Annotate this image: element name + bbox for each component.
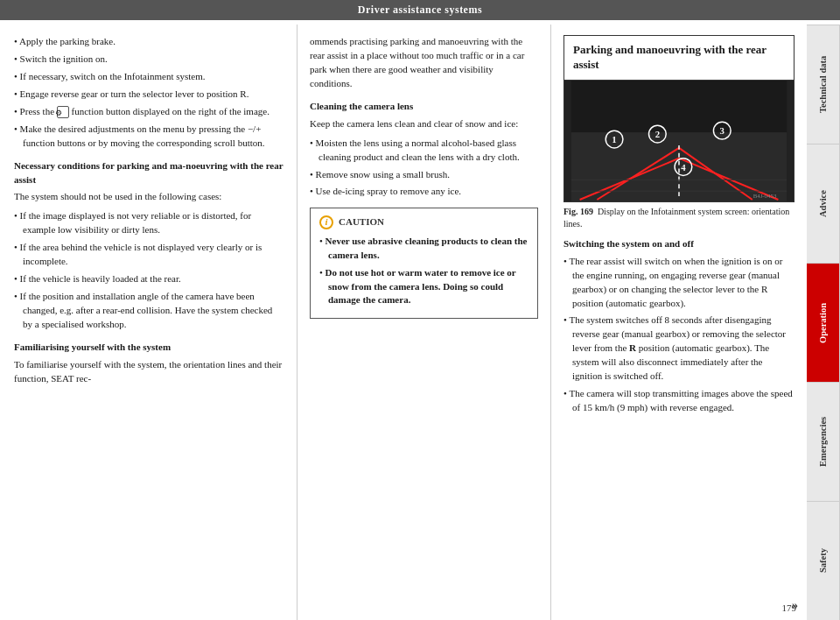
list-item: If the image displayed is not very relia…	[14, 209, 284, 237]
sidebar-tab-safety[interactable]: Safety	[807, 501, 840, 620]
list-item: If the position and installation angle o…	[14, 290, 284, 332]
camera-image: 1 2 3 4 B4J-0453	[564, 80, 794, 202]
section-heading-conditions: Necessary conditions for parking and ma-…	[14, 159, 284, 187]
sidebar-tab-advice[interactable]: Advice	[807, 144, 840, 263]
sidebar-tab-technical[interactable]: Technical data	[807, 25, 840, 144]
cleaning-heading: Cleaning the camera lens	[310, 100, 538, 114]
fig-caption-text: Display on the Infotainment system scree…	[564, 207, 789, 229]
right-heading-box: Parking and manoeuvring with the rear as…	[564, 35, 794, 80]
svg-text:B4J-0453: B4J-0453	[753, 193, 777, 199]
fig-caption: Fig. 169 Display on the Infotainment sys…	[564, 206, 794, 230]
list-item: The camera will stop transmitting images…	[564, 387, 794, 415]
section-intro: The system should not be used in the fol…	[14, 190, 284, 204]
svg-text:3: 3	[720, 125, 725, 136]
section-text: To familiarise yourself with the system,…	[14, 358, 284, 386]
list-item: If necessary, switch on the Infotainment…	[14, 70, 284, 84]
fig-number: Fig. 169	[564, 207, 593, 216]
nav-arrow-forward[interactable]: »	[792, 599, 798, 613]
caution-box: i CAUTION Never use abrasive cleaning pr…	[310, 208, 538, 319]
list-item: Switch the ignition on.	[14, 53, 284, 67]
intro-text: ommends practising parking and manoeuvri…	[310, 35, 538, 91]
list-item: If the area behind the vehicle is not di…	[14, 241, 284, 269]
list-item: Remove snow using a small brush.	[310, 168, 538, 182]
list-item: Engage reverse gear or turn the selector…	[14, 88, 284, 102]
sidebar-tab-emergencies[interactable]: Emergencies	[807, 382, 840, 501]
right-heading: Parking and manoeuvring with the rear as…	[573, 43, 785, 73]
caution-header: i CAUTION	[319, 215, 528, 229]
list-item: Make the desired adjustments on the menu…	[14, 123, 284, 151]
list-item: Use de-icing spray to remove any ice.	[310, 185, 538, 199]
page-header: Driver assistance systems	[0, 0, 840, 20]
left-column: Apply the parking brake. Switch the igni…	[0, 25, 298, 620]
svg-text:2: 2	[655, 129, 660, 139]
caution-icon: i	[319, 215, 333, 229]
sidebar-tab-operation[interactable]: Operation	[807, 263, 840, 382]
list-item: The system switches off 8 seconds after …	[564, 314, 794, 384]
svg-text:4: 4	[681, 161, 686, 172]
section-heading-familiarising: Familiarising yourself with the system	[14, 341, 284, 355]
list-item: Moisten the lens using a normal alcohol-…	[310, 137, 538, 165]
list-item: Press the ⚙ function button displayed on…	[14, 105, 284, 119]
right-column: Parking and manoeuvring with the rear as…	[551, 25, 807, 620]
right-sidebar: Technical data Advice Operation Emergenc…	[807, 25, 840, 620]
header-title: Driver assistance systems	[358, 4, 482, 16]
svg-text:1: 1	[612, 134, 616, 144]
list-item: Apply the parking brake.	[14, 35, 284, 49]
middle-column: ommends practising parking and manoeuvri…	[298, 25, 551, 620]
list-item: The rear assist will switch on when the …	[564, 255, 794, 311]
caution-label: CAUTION	[339, 215, 384, 229]
list-item: If the vehicle is heavily loaded at the …	[14, 272, 284, 286]
caution-item: Never use abrasive cleaning products to …	[319, 235, 528, 262]
main-content: Apply the parking brake. Switch the igni…	[0, 25, 807, 620]
switching-heading: Switching the system on and off	[564, 237, 794, 251]
cleaning-intro: Keep the camera lens clean and clear of …	[310, 117, 538, 131]
caution-item: Do not use hot or warm water to remove i…	[319, 266, 528, 306]
